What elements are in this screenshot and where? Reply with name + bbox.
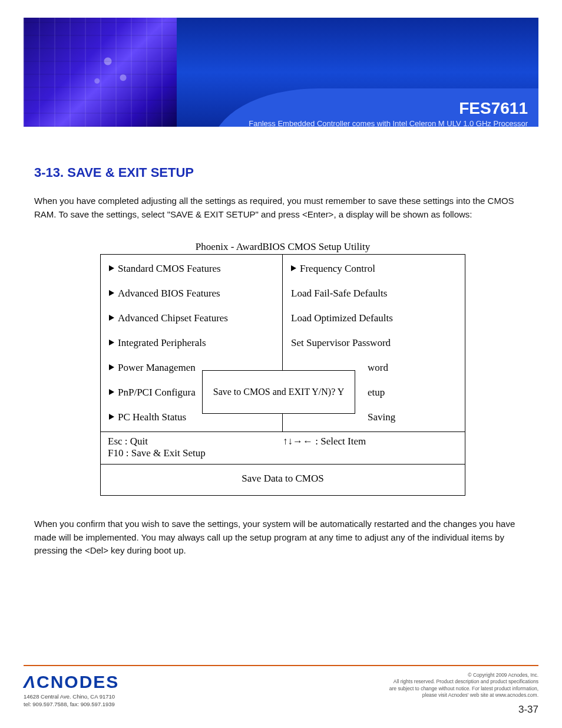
triangle-icon <box>109 389 114 395</box>
bios-figure: Phoenix - AwardBIOS CMOS Setup Utility S… <box>100 241 465 496</box>
bios-menu-item[interactable]: Advanced BIOS Features <box>109 288 276 299</box>
footer-copyright: © Copyright 2009 Acnodes, Inc. All right… <box>389 672 538 699</box>
triangle-icon <box>109 290 114 296</box>
address-line: 14628 Central Ave. Chino, CA 91710 <box>24 693 115 701</box>
bios-menu-item[interactable]: Load Optimized Defaults <box>291 312 459 324</box>
intro-paragraph: When you have completed adjusting all th… <box>34 195 528 221</box>
triangle-icon <box>109 414 114 420</box>
bios-item-label: etup <box>368 387 385 398</box>
footer-address: 14628 Central Ave. Chino, CA 91710 tel: … <box>24 693 115 709</box>
triangle-icon <box>109 315 114 321</box>
bios-item-label: word <box>368 362 388 373</box>
triangle-icon <box>109 265 114 271</box>
help-arrows: ↑↓→← : Select Item <box>283 436 458 459</box>
bios-menu-item[interactable]: Set Supervisor Password <box>291 337 459 349</box>
copy-line: All rights reserved. Product description… <box>389 678 538 685</box>
bios-help-bar: Esc : Quit F10 : Save & Exit Setup ↑↓→← … <box>101 431 465 464</box>
bios-status-bar: Save Data to CMOS <box>101 464 465 495</box>
bios-menu-item[interactable]: Integrated Peripherals <box>109 337 276 349</box>
footer-logo-text: CNODES <box>37 672 119 691</box>
address-line: tel: 909.597.7588, fax: 909.597.1939 <box>24 701 115 709</box>
help-f10: F10 : Save & Exit Setup <box>108 447 283 459</box>
bios-item-label: PnP/PCI Configura <box>118 387 196 398</box>
bios-item-label: Load Fail-Safe Defaults <box>291 288 387 299</box>
section-title: 3-13. SAVE & EXIT SETUP <box>34 165 194 180</box>
bios-menu-item[interactable]: Standard CMOS Features <box>109 263 276 275</box>
footer-divider <box>24 665 538 666</box>
bios-item-label: Saving <box>368 411 395 423</box>
copy-line: please visit Acnodes' web site at www.ac… <box>389 692 538 699</box>
product-model: FES7611 <box>459 99 528 118</box>
outro-paragraph: When you confirm that you wish to save t… <box>34 518 528 558</box>
triangle-icon <box>291 265 296 271</box>
bios-box: Standard CMOS Features Advanced BIOS Fea… <box>100 254 465 496</box>
lambda-icon: Λ <box>24 672 37 691</box>
page-number: 3-37 <box>518 704 538 716</box>
bios-item-label: Power Managemen <box>118 362 196 373</box>
bios-item-label: Load Optimized Defaults <box>291 312 393 324</box>
help-esc: Esc : Quit <box>108 436 283 447</box>
footer-logo: ΛCNODES <box>24 672 119 692</box>
triangle-icon <box>109 340 114 345</box>
bios-item-label: Advanced Chipset Features <box>118 312 228 324</box>
bios-menu-item[interactable]: Load Fail-Safe Defaults <box>291 288 459 299</box>
copy-line: are subject to change without notice. Fo… <box>389 686 538 692</box>
bios-item-label: PC Health Status <box>118 411 186 423</box>
bios-item-label: Standard CMOS Features <box>118 263 221 274</box>
bios-confirm-popup[interactable]: Save to CMOS and EXIT Y/N)? Y <box>202 370 355 414</box>
page-header-band: FES7611 Fanless Embedded Controller come… <box>24 18 538 127</box>
header-decorative-image <box>24 18 177 127</box>
bios-item-label: Integrated Peripherals <box>118 337 206 348</box>
bios-menu-item[interactable]: Frequency Control <box>291 263 459 275</box>
popup-text: Save to CMOS and EXIT Y/N)? Y <box>213 387 345 397</box>
copy-line: © Copyright 2009 Acnodes, Inc. <box>389 672 538 678</box>
bios-menu-item[interactable]: Advanced Chipset Features <box>109 312 276 324</box>
bios-item-label: Set Supervisor Password <box>291 337 391 348</box>
bios-caption: Phoenix - AwardBIOS CMOS Setup Utility <box>100 241 465 253</box>
product-subtitle: Fanless Embedded Controller comes with I… <box>249 119 528 127</box>
bios-item-label: Advanced BIOS Features <box>118 288 220 299</box>
triangle-icon <box>109 364 114 370</box>
bios-item-label: Frequency Control <box>300 263 375 274</box>
